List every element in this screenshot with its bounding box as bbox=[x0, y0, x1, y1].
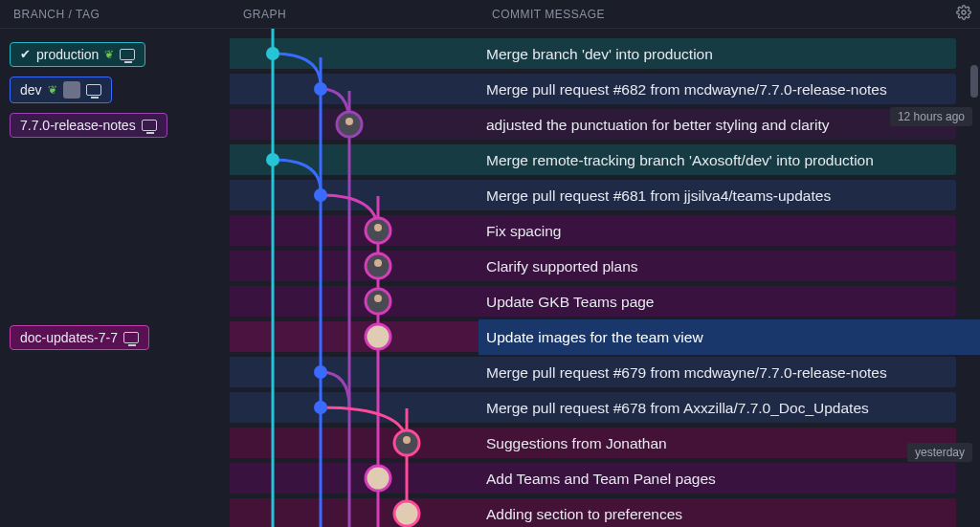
monitor-icon bbox=[142, 120, 157, 131]
commit-message: Merge branch 'dev' into production bbox=[486, 46, 970, 63]
branch-tag-production[interactable]: ✔ production ❦ bbox=[10, 42, 145, 67]
commit-row[interactable]: Merge pull request #681 from jjsilva4/te… bbox=[479, 178, 980, 213]
svg-point-19 bbox=[394, 501, 419, 526]
svg-point-9 bbox=[314, 188, 327, 202]
commit-message: Merge pull request #681 from jjsilva4/te… bbox=[486, 187, 970, 205]
col-header-branch[interactable]: Branch / Tag bbox=[0, 8, 230, 21]
commit-message: Merge remote-tracking branch 'Axosoft/de… bbox=[486, 152, 970, 169]
commit-row[interactable]: Suggestions from Jonathan bbox=[479, 426, 980, 461]
svg-point-10 bbox=[314, 365, 327, 379]
check-icon: ✔ bbox=[20, 47, 31, 61]
svg-point-16 bbox=[366, 324, 390, 349]
commit-message: Merge pull request #678 from Axxzilla/7.… bbox=[486, 400, 970, 417]
commit-message: Suggestions from Jonathan bbox=[486, 435, 970, 452]
svg-point-18 bbox=[366, 466, 390, 491]
svg-point-20 bbox=[345, 118, 353, 125]
branch-tag-dev[interactable]: dev ❦ bbox=[10, 77, 112, 103]
branch-label: dev bbox=[20, 82, 42, 98]
monitor-icon bbox=[123, 332, 139, 343]
svg-point-7 bbox=[314, 82, 327, 96]
commit-message: Merge pull request #682 from mcdwayne/7.… bbox=[486, 81, 970, 99]
commit-row[interactable]: Merge pull request #678 from Axxzilla/7.… bbox=[479, 390, 980, 426]
commit-message: Fix spacing bbox=[486, 223, 970, 240]
timestamp-badge: yesterday bbox=[907, 443, 972, 462]
timestamp-badge: 12 hours ago bbox=[890, 107, 972, 126]
graph-column bbox=[230, 29, 479, 527]
commit-graph bbox=[230, 29, 479, 527]
branch-label: production bbox=[36, 47, 99, 62]
commit-row[interactable]: Clarify supported plans bbox=[479, 249, 980, 284]
commit-row[interactable]: Add Teams and Team Panel pages bbox=[479, 461, 980, 496]
col-header-graph[interactable]: Graph bbox=[230, 8, 479, 21]
avatar-icon bbox=[63, 81, 80, 99]
svg-point-0 bbox=[962, 11, 966, 14]
svg-point-23 bbox=[374, 295, 382, 302]
monitor-icon bbox=[86, 84, 101, 96]
branch-tag-doc-updates[interactable]: doc-updates-7-7 bbox=[10, 325, 149, 350]
column-header: Branch / Tag Graph Commit Message bbox=[0, 0, 980, 29]
main-body: ✔ production ❦ dev ❦ 7.7.0-release-notes bbox=[0, 29, 980, 527]
branch-tag-release-notes[interactable]: 7.7.0-release-notes bbox=[10, 113, 167, 138]
monitor-icon bbox=[120, 49, 135, 60]
svg-point-8 bbox=[266, 153, 279, 166]
leaf-icon: ❦ bbox=[48, 83, 57, 97]
scrollbar-thumb[interactable] bbox=[970, 65, 978, 98]
branch-label: 7.7.0-release-notes bbox=[20, 118, 136, 133]
branch-label: doc-updates-7-7 bbox=[20, 330, 118, 345]
commit-row[interactable]: Merge pull request #682 from mcdwayne/7.… bbox=[479, 72, 980, 107]
commit-row[interactable]: Merge remote-tracking branch 'Axosoft/de… bbox=[479, 143, 980, 178]
svg-point-11 bbox=[314, 401, 327, 414]
commit-message: Merge pull request #679 from mcdwayne/7.… bbox=[486, 364, 970, 382]
commit-row[interactable]: Fix spacing bbox=[479, 213, 980, 249]
svg-point-6 bbox=[266, 47, 279, 60]
commit-message: Adding section to preferences bbox=[486, 506, 970, 523]
svg-point-22 bbox=[374, 259, 382, 267]
commit-message: Update images for the team view bbox=[486, 329, 970, 346]
commit-row[interactable]: Adding section to preferences bbox=[479, 496, 980, 527]
branch-column: ✔ production ❦ dev ❦ 7.7.0-release-notes bbox=[0, 29, 230, 527]
svg-point-21 bbox=[374, 224, 382, 231]
commit-row[interactable]: Update GKB Teams page bbox=[479, 284, 980, 319]
col-header-commit[interactable]: Commit Message bbox=[479, 8, 947, 21]
svg-point-24 bbox=[403, 436, 411, 444]
commit-message: Update GKB Teams page bbox=[486, 294, 970, 311]
commit-message: Clarify supported plans bbox=[486, 258, 970, 275]
commit-message: Add Teams and Team Panel pages bbox=[486, 471, 970, 488]
commit-row-selected[interactable]: Update images for the team view bbox=[479, 319, 980, 355]
commit-row[interactable]: Merge pull request #679 from mcdwayne/7.… bbox=[479, 355, 980, 390]
commit-column: Merge branch 'dev' into production Merge… bbox=[479, 29, 980, 527]
leaf-icon: ❦ bbox=[104, 48, 114, 61]
gear-icon[interactable] bbox=[947, 5, 980, 23]
commit-row[interactable]: Merge branch 'dev' into production bbox=[479, 36, 980, 72]
